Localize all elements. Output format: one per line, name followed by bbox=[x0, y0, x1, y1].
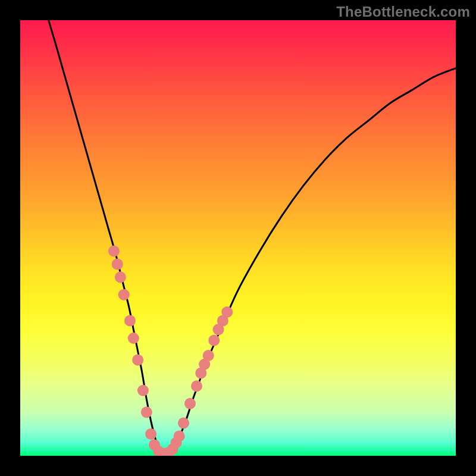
marker-dot bbox=[132, 354, 143, 365]
marker-dot bbox=[178, 418, 189, 429]
watermark-text: TheBottleneck.com bbox=[336, 4, 470, 20]
chart-svg bbox=[20, 20, 456, 456]
marker-dot bbox=[118, 289, 130, 300]
marker-dot bbox=[191, 380, 202, 392]
marker-dot bbox=[145, 428, 156, 440]
marker-dot bbox=[128, 333, 139, 344]
marker-dot bbox=[112, 258, 123, 270]
plot-area bbox=[20, 20, 456, 456]
curve-path bbox=[49, 20, 456, 456]
marker-dot bbox=[184, 398, 196, 409]
marker-dots bbox=[108, 245, 233, 456]
marker-dot bbox=[208, 335, 220, 346]
chart-frame: TheBottleneck.com bbox=[0, 0, 476, 476]
marker-dot bbox=[141, 406, 152, 418]
marker-dot bbox=[124, 315, 136, 327]
marker-dot bbox=[115, 271, 126, 283]
marker-dot bbox=[221, 306, 233, 318]
marker-dot bbox=[174, 431, 185, 442]
marker-dot bbox=[108, 245, 120, 256]
marker-dot bbox=[137, 385, 149, 396]
marker-dot bbox=[203, 350, 214, 361]
